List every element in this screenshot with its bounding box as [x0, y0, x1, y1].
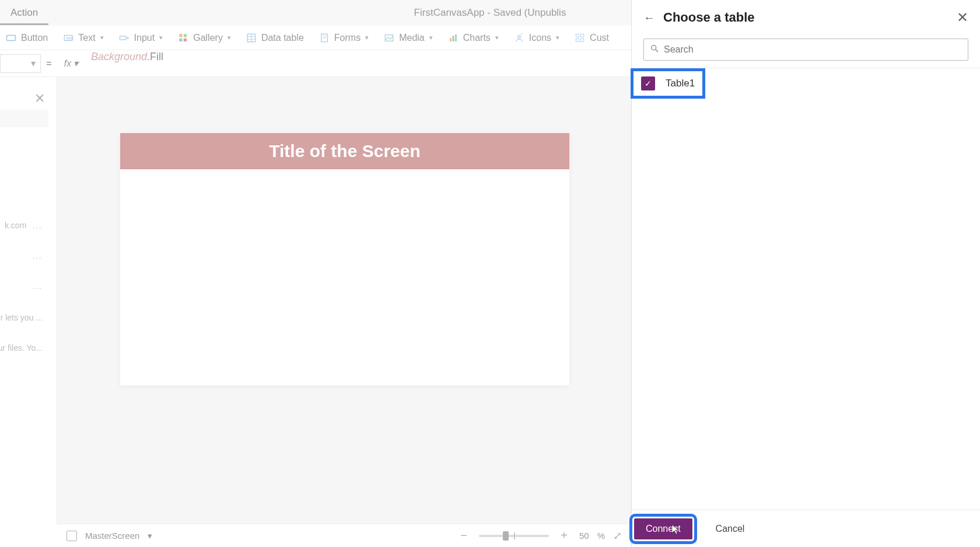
insert-text-label: Text	[78, 33, 95, 43]
screen-name-label[interactable]: MasterScreen	[85, 531, 139, 541]
insert-forms-label: Forms	[334, 33, 360, 43]
tree-search-placeholder[interactable]	[0, 110, 48, 127]
more-icon[interactable]: ...	[32, 251, 43, 260]
svg-text:Abc: Abc	[66, 36, 74, 41]
choose-table-panel: ← Choose a table ✕ ✓ Table1 Connect	[631, 0, 980, 547]
chevron-down-icon: ▾	[429, 34, 433, 41]
svg-line-27	[656, 50, 658, 52]
formula-token-background: Background	[91, 51, 147, 62]
svg-rect-19	[455, 34, 457, 41]
tree-item[interactable]: e your files. Yo...	[0, 340, 51, 356]
screen-checkbox[interactable]	[66, 531, 77, 541]
insert-charts[interactable]: Charts ▾	[448, 33, 499, 43]
svg-rect-23	[581, 34, 584, 37]
svg-point-26	[652, 46, 656, 50]
chevron-down-icon: ▾	[74, 58, 78, 69]
back-icon[interactable]: ←	[643, 11, 655, 25]
insert-button[interactable]: Button	[6, 33, 48, 43]
screen-title-label[interactable]: Title of the Screen	[120, 133, 569, 169]
app-screen[interactable]: Title of the Screen	[120, 133, 569, 385]
left-tree-pane: ✕ k.com... ... ... ovider lets you ... e…	[0, 77, 57, 524]
tree-item[interactable]: ...	[0, 248, 51, 264]
insert-icons[interactable]: + Icons ▾	[514, 33, 559, 43]
insert-media[interactable]: Media ▾	[384, 33, 433, 43]
insert-gallery-label: Gallery	[193, 33, 223, 43]
svg-rect-17	[450, 38, 452, 41]
svg-rect-5	[179, 34, 182, 37]
fx-button[interactable]: fx▾	[57, 58, 85, 69]
connect-button[interactable]: Connect	[634, 518, 692, 539]
table-item-label: Table1	[666, 78, 695, 89]
zoom-in-button[interactable]: +	[557, 529, 571, 542]
app-title: FirstCanvasApp - Saved (Unpublis	[414, 7, 566, 19]
formula-token-fill: .Fill	[147, 51, 163, 62]
chevron-down-icon: ▾	[228, 34, 231, 41]
insert-data-table[interactable]: Data table	[246, 33, 304, 43]
formula-equals: =	[41, 58, 57, 69]
more-icon[interactable]: ...	[32, 221, 43, 230]
zoom-slider-thumb[interactable]	[503, 531, 509, 541]
ribbon-tab-action[interactable]: Action	[0, 1, 48, 25]
close-icon[interactable]: ✕	[957, 9, 968, 26]
chevron-down-icon: ▾	[100, 34, 104, 41]
formula-input[interactable]: Background.Fill	[85, 50, 631, 77]
svg-rect-18	[452, 36, 454, 41]
zoom-out-button[interactable]: −	[457, 529, 471, 542]
svg-rect-6	[184, 34, 187, 37]
svg-rect-7	[179, 38, 182, 41]
insert-data-table-label: Data table	[261, 33, 304, 43]
cancel-button[interactable]: Cancel	[704, 518, 757, 539]
insert-custom[interactable]: Cust	[575, 33, 609, 43]
chevron-down-icon[interactable]: ▾	[148, 531, 152, 541]
insert-custom-label: Cust	[590, 33, 609, 43]
insert-icons-label: Icons	[529, 33, 551, 43]
table-item-table1[interactable]: ✓ Table1	[633, 71, 703, 96]
chevron-down-icon: ▾	[31, 58, 36, 69]
panel-header: ← Choose a table ✕	[632, 0, 980, 35]
table-search[interactable]	[643, 39, 968, 61]
chevron-down-icon: ▾	[495, 34, 499, 41]
status-bar: MasterScreen ▾ − + 50 % ⤢	[57, 524, 631, 547]
svg-point-4	[127, 37, 128, 39]
svg-rect-24	[576, 39, 579, 41]
tree-item[interactable]: k.com...	[0, 217, 51, 234]
chevron-down-icon: ▾	[159, 34, 163, 41]
insert-button-label: Button	[21, 33, 48, 43]
more-icon[interactable]: ...	[32, 281, 43, 291]
tree-item[interactable]: ovider lets you ...	[0, 309, 51, 326]
insert-text[interactable]: Abc Text ▾	[63, 33, 103, 43]
zoom-slider[interactable]	[479, 535, 549, 537]
insert-forms[interactable]: Forms ▾	[319, 33, 369, 43]
tree-item[interactable]: ...	[0, 278, 51, 294]
svg-rect-16	[385, 34, 393, 41]
expand-icon[interactable]: ⤢	[613, 529, 622, 542]
zoom-value: 50	[579, 531, 589, 541]
table-search-input[interactable]	[664, 44, 962, 55]
svg-rect-0	[7, 35, 16, 40]
insert-input-label: Input	[134, 33, 155, 43]
svg-rect-25	[581, 39, 584, 41]
cursor-icon	[671, 524, 680, 537]
search-icon	[650, 44, 659, 55]
insert-media-label: Media	[399, 33, 425, 43]
table-list: ✓ Table1	[632, 68, 980, 510]
panel-footer: Connect Cancel	[632, 510, 980, 547]
chevron-down-icon: ▾	[556, 34, 559, 41]
insert-gallery[interactable]: Gallery ▾	[178, 33, 231, 43]
zoom-unit: %	[597, 531, 605, 541]
svg-rect-8	[184, 38, 187, 41]
chevron-down-icon: ▾	[365, 34, 369, 41]
insert-charts-label: Charts	[463, 33, 491, 43]
canvas-area[interactable]: Title of the Screen	[57, 77, 631, 524]
svg-text:+: +	[520, 33, 523, 37]
svg-rect-3	[120, 36, 126, 40]
svg-rect-22	[576, 34, 579, 37]
formula-bar: ▾ = fx▾ Background.Fill	[0, 50, 631, 77]
checkbox-checked-icon[interactable]: ✓	[641, 76, 655, 90]
close-icon[interactable]: ✕	[34, 91, 45, 106]
panel-title: Choose a table	[663, 10, 949, 25]
insert-input[interactable]: Input ▾	[119, 33, 163, 43]
property-selector[interactable]: ▾	[0, 54, 41, 73]
